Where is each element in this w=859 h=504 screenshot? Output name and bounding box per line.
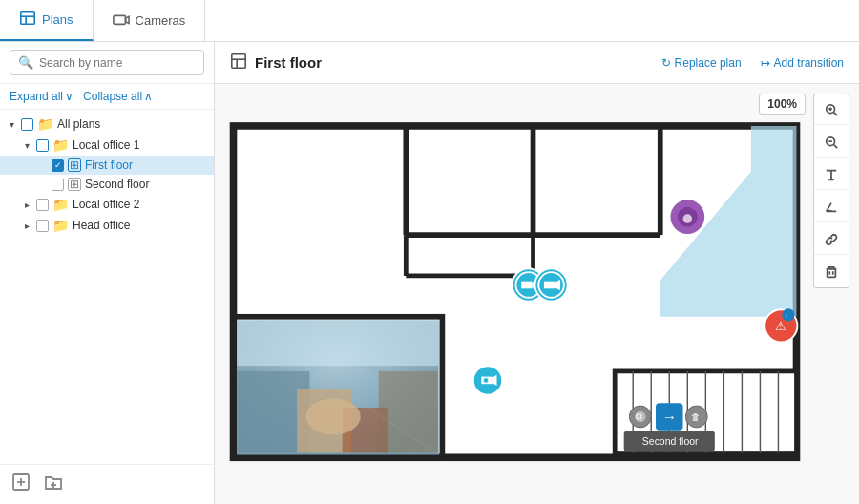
chevron-icon: ▸ [21,200,32,210]
svg-marker-64 [544,282,555,289]
cameras-tab-label: Cameras [136,13,186,28]
all-plans-label: All plans [57,117,100,131]
head-office-label: Head office [73,219,131,232]
checkbox-local-office-1[interactable] [36,139,49,152]
svg-text:⚙: ⚙ [635,411,643,422]
checkbox-local-office-2[interactable] [36,199,49,211]
svg-rect-25 [828,269,836,278]
svg-point-74 [483,378,489,384]
delete-button[interactable] [814,257,849,287]
add-folder-icon[interactable] [44,472,63,496]
floor-plan-container: ⚙ → 🗑 ⚠ i [224,94,806,494]
canvas-title: First floor [255,54,322,71]
expand-all-button[interactable]: Expand all ∨ [10,90,73,103]
tree-item-local-office-1[interactable]: ▾ 📁 Local office 1 [0,135,214,156]
local-office-1-label: Local office 1 [73,138,140,152]
svg-rect-0 [21,11,34,24]
replace-icon: ↻ [661,56,671,70]
svg-rect-55 [237,321,438,367]
tree-item-second-floor[interactable]: ▾ ⊞ Second floor [0,175,214,194]
svg-point-68 [683,214,693,223]
first-floor-plan-icon: ⊞ [68,158,81,172]
local-office-2-label: Local office 2 [73,198,140,211]
sidebar-footer [0,464,214,504]
tree-item-all-plans[interactable]: ▾ 📁 All plans [0,114,214,135]
svg-rect-10 [232,54,245,68]
angle-tool-button[interactable] [814,192,849,222]
svg-text:🗑: 🗑 [691,411,701,422]
add-transition-button[interactable]: ↦ Add transition [761,56,844,70]
checkbox-first-floor[interactable]: ✓ [52,159,64,172]
search-input[interactable] [39,56,196,70]
local-office-2-folder-icon: 📁 [52,197,69,212]
svg-text:→: → [662,409,677,425]
text-tool-button[interactable] [814,159,849,190]
canvas-body[interactable]: 100% [215,84,859,504]
all-plans-folder-icon: 📁 [37,116,53,132]
tab-plans[interactable]: Plans [0,0,94,41]
tree-item-local-office-2[interactable]: ▸ 📁 Local office 2 [0,194,214,215]
cameras-icon [113,10,130,32]
chevron-icon: ▾ [21,140,32,151]
link-tool-button[interactable] [814,224,849,255]
canvas-header: First floor ↻ Replace plan ↦ Add transit… [215,42,859,84]
sidebar: 🔍 Expand all ∨ Collapse all ∧ ▾ 📁 All pl… [0,42,215,504]
svg-text:⚠: ⚠ [775,319,786,333]
first-floor-label: First floor [85,158,133,172]
svg-rect-53 [379,371,438,453]
main-content: 🔍 Expand all ∨ Collapse all ∧ ▾ 📁 All pl… [0,42,859,504]
checkbox-head-office[interactable] [36,220,49,232]
svg-marker-4 [125,16,129,23]
svg-rect-3 [113,15,125,24]
tree-item-head-office[interactable]: ▸ 📁 Head office [0,215,214,236]
tree: ▾ 📁 All plans ▾ 📁 Local office 1 ▾ ✓ ⊞ F… [0,110,214,464]
sidebar-actions: Expand all ∨ Collapse all ∧ [0,84,214,110]
chevron-icon: ▾ [6,119,17,130]
svg-line-14 [834,112,838,116]
head-office-folder-icon: 📁 [52,218,69,233]
local-office-1-folder-icon: 📁 [52,137,69,153]
canvas-plan-icon [230,52,247,73]
svg-marker-60 [521,282,532,289]
canvas-area: First floor ↻ Replace plan ↦ Add transit… [215,42,859,504]
second-floor-label: Second floor [85,178,149,191]
tab-cameras[interactable]: Cameras [94,0,206,41]
canvas-actions: ↻ Replace plan ↦ Add transition [661,56,844,70]
canvas-title-group: First floor [230,52,322,73]
plans-tab-label: Plans [42,12,73,27]
svg-text:i: i [786,311,787,320]
second-floor-plan-icon: ⊞ [68,178,81,191]
replace-plan-button[interactable]: ↻ Replace plan [661,56,742,70]
top-bar: Plans Cameras [0,0,859,42]
add-plan-icon[interactable] [11,472,31,496]
svg-line-18 [834,144,838,148]
zoom-in-button[interactable] [814,94,849,125]
toolbar-right [813,94,849,288]
chevron-icon: ▸ [21,220,32,231]
plans-icon [19,10,36,31]
checkbox-second-floor[interactable] [52,178,64,191]
svg-point-84 [782,308,794,321]
search-icon: 🔍 [18,55,33,70]
transition-icon: ↦ [761,56,770,70]
checkbox-all-plans[interactable] [21,118,33,131]
tree-item-first-floor[interactable]: ▾ ✓ ⊞ First floor [0,156,214,175]
zoom-out-button[interactable] [814,127,849,158]
search-area: 🔍 [0,42,214,84]
svg-point-54 [306,398,361,434]
search-box: 🔍 [10,50,204,75]
collapse-all-button[interactable]: Collapse all ∧ [83,90,153,103]
svg-text:Second floor: Second floor [642,436,699,447]
